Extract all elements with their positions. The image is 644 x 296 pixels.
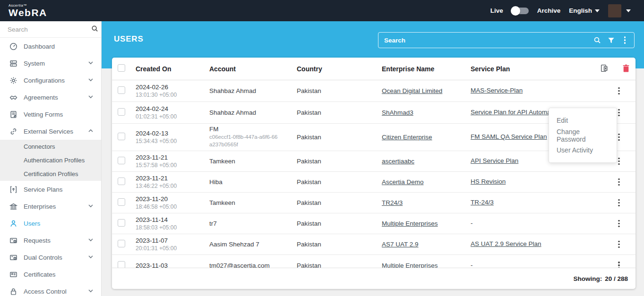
column-header-created-on[interactable]: Created On [136,65,209,73]
sidebar-item-label: Users [24,220,40,227]
avatar[interactable] [608,4,621,17]
sidebar-item-access-control[interactable]: Access Control [0,283,101,296]
sidebar-item-external-services[interactable]: External Services [0,123,101,140]
live-archive-toggle[interactable] [512,8,529,14]
created-date: 2023-11-03 [136,262,209,269]
sidebar-item-label: Access Control [24,288,67,295]
enterprise-link[interactable]: Citizen Enterprise [382,134,432,141]
users-table-card: Created On Account Country Enterprise Na… [112,58,635,289]
service-plan-link[interactable]: API Service Plan [471,157,518,164]
sidebar-item-vetting-forms[interactable]: Vetting Forms [0,106,101,123]
account-name: Tamkeen [209,199,297,206]
account-id: c06eccf1-0f8b-447a-a6f6-66a237b0565f [209,134,280,148]
sidebar-item-configurations[interactable]: Configurations [0,72,101,89]
enterprise-link[interactable]: ascertiaabc [382,158,414,165]
enterprise-link[interactable]: TR24/3 [382,199,403,206]
enterprise-link[interactable]: Ocean Digital Limited [382,87,442,94]
language-label: English [569,7,592,14]
sidebar-item-agreements[interactable]: Agreements [0,89,101,106]
sidebar-item-enterprises[interactable]: Enterprises [0,198,101,215]
created-time: 18:58:03 +05:00 [136,224,209,231]
filter-icon[interactable] [608,37,615,44]
enterprise-link[interactable]: ShAhmad3 [382,109,413,116]
sidebar-item-connectors[interactable]: Connectors [0,140,101,153]
context-menu-item-user-activity[interactable]: User Activity [549,143,617,158]
column-header-account[interactable]: Account [209,65,297,73]
account-name: Shahbaz Ahmad [209,109,297,116]
sidebar-item-system[interactable]: System [0,55,101,72]
row-checkbox[interactable] [118,133,125,140]
chevron-down-icon [88,254,94,261]
profile-chevron-down-icon[interactable] [626,9,631,12]
enterprise-link[interactable]: Ascertia Demo [382,178,424,186]
top-bar: Ascertia™ WebRA Live Archive English [0,0,644,21]
sidebar: Dashboard System Configurations Agreemen… [0,21,102,296]
service-plan-link[interactable]: AS UAT 2.9 Service Plan [471,240,541,247]
language-dropdown[interactable]: English [569,7,600,14]
service-plan-link[interactable]: MAS-Service-Plan [471,87,523,94]
sidebar-item-label: Certificates [24,271,56,278]
service-plan-link[interactable]: FM SAML QA Service Plan [471,133,547,140]
country: Pakistan [297,262,382,269]
service-plan-link[interactable]: Service Plan for API Automation [471,109,561,116]
search-icon[interactable] [593,36,601,44]
account-name: tr7 [209,220,297,227]
created-date: 2023-11-14 [136,216,209,223]
row-checkbox[interactable] [118,219,125,227]
created-date: 2023-11-21 [136,175,209,182]
sidebar-item-label: External Services [24,128,73,135]
server-icon [9,59,17,68]
service-plan-link[interactable]: HS Revision [471,178,506,185]
sidebar-item-certificates[interactable]: Certificates [0,266,101,283]
request-icon [9,236,17,245]
column-header-service-plan[interactable]: Service Plan [471,65,510,73]
context-menu-item-change-password[interactable]: Change Password [549,128,617,143]
external-services-submenu: Connectors Authentication Profiles Certi… [0,140,101,181]
row-menu-icon[interactable] [615,219,623,229]
toggle-knob [511,6,520,16]
row-menu-icon[interactable] [615,177,623,187]
export-excel-icon[interactable] [600,64,608,74]
sidebar-item-service-plans[interactable]: Service Plans [0,181,101,198]
enterprise-link[interactable]: Multiple Enterprises [382,262,438,269]
row-checkbox[interactable] [118,86,125,94]
sidebar-item-certification-profiles[interactable]: Certification Profiles [0,167,101,181]
row-menu-icon[interactable] [615,260,623,268]
country: Pakistan [297,220,382,227]
column-header-enterprise-name[interactable]: Enterprise Name [382,65,471,73]
column-header-country[interactable]: Country [297,65,382,73]
enterprise-link[interactable]: Multiple Enterprises [382,220,438,227]
row-checkbox[interactable] [118,157,125,164]
context-menu-item-edit[interactable]: Edit [549,113,617,128]
table-row: 2024-02-2613:01:30 +05:00 Shahbaz Ahmad … [112,80,635,102]
form-icon [9,110,17,118]
table-search-input[interactable] [384,37,587,44]
row-checkbox[interactable] [118,261,125,269]
sidebar-search-input[interactable] [8,26,91,33]
sidebar-item-dual-controls[interactable]: Dual Controls [0,249,101,266]
row-menu-icon[interactable] [615,198,623,208]
link-icon [9,127,17,135]
sidebar-item-dashboard[interactable]: Dashboard [0,38,101,55]
row-checkbox[interactable] [118,198,125,206]
chevron-down-icon [88,288,94,295]
search-icon[interactable] [91,25,98,34]
sidebar-item-requests[interactable]: Requests [0,232,101,249]
sidebar-item-authentication-profiles[interactable]: Authentication Profiles [0,153,101,167]
enterprise-link[interactable]: AS7 UAT 2.9 [382,241,419,248]
created-date: 2024-02-13 [136,130,209,137]
row-checkbox[interactable] [118,178,125,185]
delete-icon[interactable] [622,64,630,74]
select-all-checkbox[interactable] [118,64,125,72]
service-plan-link[interactable]: TR-24/3 [471,199,494,206]
row-menu-icon[interactable] [615,239,623,250]
sidebar-item-label: Service Plans [24,186,63,193]
archive-label: Archive [537,7,561,14]
more-options-icon[interactable] [621,35,629,45]
sidebar-item-users[interactable]: Users [0,215,101,232]
row-checkbox[interactable] [118,240,125,247]
country: Pakistan [297,158,382,165]
row-checkbox[interactable] [118,108,125,116]
row-menu-icon[interactable] [615,86,623,96]
brand-label: WebRA [9,7,47,18]
